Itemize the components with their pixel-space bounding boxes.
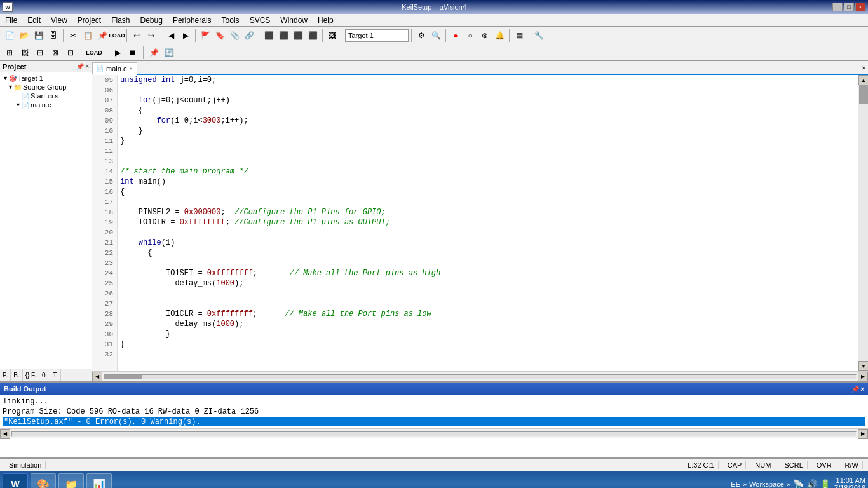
tool2-4[interactable]: ⊠ (48, 46, 62, 60)
bookmark-btn[interactable]: 🚩 (198, 29, 212, 43)
menu-view[interactable]: View (46, 14, 72, 26)
menu-edit[interactable]: Edit (22, 14, 46, 26)
editor-tab-mainc[interactable]: 📄 main.c × (92, 62, 137, 75)
build-hscroll-track[interactable] (11, 431, 857, 437)
expand-target1[interactable]: ▼ (3, 75, 9, 81)
debug3-btn[interactable]: ⊗ (478, 29, 492, 43)
linenum-05: 05 (92, 75, 117, 85)
target-dropdown[interactable]: Target 1 (345, 29, 409, 42)
view-toggle-btn[interactable]: ▤ (512, 29, 526, 43)
expand-mainc[interactable]: ▼ (15, 102, 22, 108)
proj-tab-0[interactable]: 0. (39, 369, 50, 381)
paste-btn[interactable]: 📌 (95, 29, 109, 43)
indent-btn[interactable]: ⬛ (262, 29, 276, 43)
nav-fwd-btn[interactable]: ▶ (179, 29, 193, 43)
build-line-3[interactable]: "KeilSetup.axf" - 0 Error(s), 0 Warning(… (3, 417, 865, 427)
tool2-stop[interactable]: ⏹ (126, 46, 140, 60)
tool2-3[interactable]: ⊟ (33, 46, 47, 60)
load-btn[interactable]: LOAD (110, 29, 124, 43)
menu-help[interactable]: Help (313, 14, 339, 26)
close-button[interactable]: × (855, 3, 865, 11)
maximize-button[interactable]: □ (844, 3, 854, 11)
proj-tab-p[interactable]: P. (0, 369, 11, 381)
project-pin-btn[interactable]: 📌 (76, 63, 84, 70)
taskbar-app-3[interactable]: 📁 (58, 473, 84, 488)
proj-tab-b[interactable]: B. (11, 369, 22, 381)
tray-expand2[interactable]: » (787, 480, 790, 488)
taskbar-app-2[interactable]: 🎨 (31, 473, 56, 488)
debug-stop-btn[interactable]: ○ (463, 29, 477, 43)
hscroll-track[interactable] (104, 374, 857, 379)
menu-svcs[interactable]: SVCS (245, 14, 276, 26)
tool2-7[interactable]: 📌 (147, 46, 161, 60)
nav-back-btn[interactable]: ◀ (164, 29, 178, 43)
build-close-btn[interactable]: × (860, 386, 864, 393)
tree-item-startup[interactable]: 📄 Startup.s (14, 92, 90, 100)
menu-debug[interactable]: Debug (135, 14, 168, 26)
tool2-5[interactable]: ⊡ (64, 46, 78, 60)
editor-vscroll[interactable]: ▲ ▼ (858, 75, 868, 371)
proj-tab-t[interactable]: T. (50, 369, 61, 381)
hscroll-right[interactable]: ▶ (858, 372, 868, 382)
vscroll-thumb[interactable] (859, 85, 868, 104)
tool2-2[interactable]: 🖼 (18, 46, 32, 60)
window-controls[interactable]: _ □ × (832, 3, 865, 11)
bookmark4-btn[interactable]: 🔗 (242, 29, 256, 43)
target-options-btn[interactable]: ⚙ (414, 29, 428, 43)
cut-btn[interactable]: ✂ (66, 29, 80, 43)
menu-window[interactable]: Window (275, 14, 313, 26)
open-btn[interactable]: 📂 (17, 29, 31, 43)
build-pin-btn[interactable]: 📌 (851, 386, 859, 393)
debug4-btn[interactable]: 🔔 (492, 29, 506, 43)
proj-tab-f[interactable]: {} F. (23, 369, 39, 381)
debug-start-btn[interactable]: ● (449, 29, 463, 43)
code-token: delay_ms( (120, 320, 216, 329)
project-close-btn[interactable]: × (85, 63, 89, 70)
build-hscroll-left[interactable]: ◀ (0, 429, 10, 439)
build-hscroll[interactable]: ◀ ▶ (0, 428, 868, 438)
taskbar-clock[interactable]: 11:01 AM 7/18/2016 (834, 477, 865, 488)
vscroll-down[interactable]: ▼ (858, 361, 868, 371)
find-btn[interactable]: 🔍 (429, 29, 443, 43)
menu-flash[interactable]: Flash (106, 14, 135, 26)
bookmark2-btn[interactable]: 🔖 (213, 29, 227, 43)
hscroll-thumb[interactable] (104, 375, 142, 379)
undo-btn[interactable]: ↩ (130, 29, 144, 43)
new-btn[interactable]: 📄 (3, 29, 17, 43)
code-content[interactable]: unsigned int j=0,i=0; for(j=0;j<count;j+… (118, 75, 858, 371)
indent4-btn[interactable]: ⬛ (306, 29, 320, 43)
tool2-1[interactable]: ⊞ (3, 46, 17, 60)
editor-hscroll[interactable]: ◀ ▶ (92, 371, 868, 381)
tool2-load[interactable]: LOAD (85, 46, 104, 60)
taskbar-app-keil[interactable]: W (3, 473, 28, 488)
tray-expand[interactable]: » (743, 480, 747, 488)
vscroll-track[interactable] (858, 85, 868, 361)
tree-item-target1[interactable]: ▼ 🎯 Target 1 (1, 74, 90, 83)
menu-project[interactable]: Project (72, 14, 106, 26)
taskbar-app-4[interactable]: 📊 (86, 473, 112, 488)
linenum-28: 28 (92, 309, 117, 319)
save-all-btn[interactable]: 🗄 (46, 29, 60, 43)
insert-btn[interactable]: 🖼 (325, 29, 339, 43)
vscroll-up[interactable]: ▲ (858, 75, 868, 85)
expand-sourcegroup[interactable]: ▼ (8, 84, 14, 90)
tool2-8[interactable]: 🔄 (162, 46, 176, 60)
indent3-btn[interactable]: ⬛ (291, 29, 305, 43)
save-btn[interactable]: 💾 (32, 29, 46, 43)
tree-item-sourcegroup[interactable]: ▼ 📁 Source Group (6, 83, 90, 92)
minimize-button[interactable]: _ (832, 3, 843, 11)
indent2-btn[interactable]: ⬛ (276, 29, 290, 43)
bookmark3-btn[interactable]: 📎 (227, 29, 241, 43)
copy-btn[interactable]: 📋 (81, 29, 95, 43)
redo-btn[interactable]: ↪ (144, 29, 158, 43)
tool2-run[interactable]: ▶ (111, 46, 125, 60)
menu-peripherals[interactable]: Peripherals (168, 14, 217, 26)
tree-item-mainc[interactable]: ▼ 📄 main.c (14, 100, 90, 109)
menu-file[interactable]: File (0, 14, 22, 26)
menu-tools[interactable]: Tools (217, 14, 245, 26)
build-hscroll-right[interactable]: ▶ (858, 429, 868, 439)
tab-arrow[interactable]: » (859, 64, 868, 71)
hscroll-left[interactable]: ◀ (92, 372, 102, 382)
settings-btn[interactable]: 🔧 (532, 29, 546, 43)
tab-close-mainc[interactable]: × (129, 65, 132, 72)
